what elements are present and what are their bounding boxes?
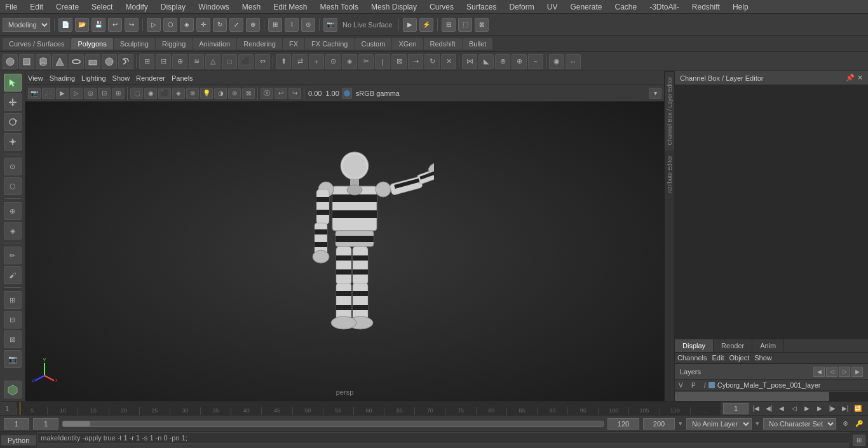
show-manip-tool[interactable]: ⊕ xyxy=(4,202,22,220)
menu-generate[interactable]: Generate xyxy=(567,3,604,11)
cb-close-btn[interactable]: ✕ xyxy=(857,74,863,82)
menu-redshift[interactable]: Redshift xyxy=(689,3,722,11)
camera-btn[interactable]: 📷 xyxy=(323,18,337,32)
menu-help[interactable]: Help xyxy=(730,3,751,11)
slide-btn[interactable]: ⇢ xyxy=(408,54,423,69)
snap-grid-btn[interactable]: ⊞ xyxy=(268,18,282,32)
vp-smooth-btn[interactable]: ◉ xyxy=(144,88,157,99)
ipr-btn[interactable]: ⚡ xyxy=(419,18,433,32)
timeline-playhead[interactable] xyxy=(20,402,20,415)
tab-polygons[interactable]: Polygons xyxy=(71,38,112,50)
save-file-btn[interactable]: 💾 xyxy=(92,18,105,32)
cylinder-btn[interactable] xyxy=(36,54,51,69)
vp-smooth2-btn[interactable]: ⬛ xyxy=(158,88,171,99)
viewport-menu-shading[interactable]: Shading xyxy=(50,74,75,82)
loop-btn[interactable]: 🔁 xyxy=(853,404,863,414)
gamma-color-btn[interactable] xyxy=(342,88,352,99)
vp-forward-btn[interactable]: ↪ xyxy=(288,88,301,99)
layer-scroll-left[interactable]: ◀ xyxy=(813,367,825,377)
cb-tab-anim[interactable]: Anim xyxy=(752,339,784,352)
menu-edit[interactable]: Edit xyxy=(27,3,46,11)
soft-select-btn[interactable]: ◉ xyxy=(549,54,564,69)
vp-select-btn[interactable]: ▷ xyxy=(70,88,83,99)
workspace-selector[interactable]: Modeling xyxy=(3,18,50,32)
anim-keys-btn[interactable]: 🔑 xyxy=(854,419,864,429)
cut-btn[interactable]: ✂ xyxy=(358,54,374,69)
cube-btn[interactable] xyxy=(19,54,34,69)
menu-mesh-display[interactable]: Mesh Display xyxy=(369,3,419,11)
play-btn[interactable]: ▶ xyxy=(802,404,812,414)
menu-uv[interactable]: UV xyxy=(545,3,560,11)
tab-redshift[interactable]: Redshift xyxy=(424,38,462,50)
select-mode-btn[interactable]: ▷ xyxy=(147,18,161,32)
next-frame-btn[interactable]: ▶ xyxy=(815,404,825,414)
lasso-select-btn[interactable]: ⬡ xyxy=(163,18,177,32)
menu-select[interactable]: Select xyxy=(89,3,115,11)
python-tab[interactable]: Python xyxy=(1,435,36,445)
vp-textured-btn[interactable]: ⊗ xyxy=(186,88,199,99)
cb-tab-render[interactable]: Render xyxy=(714,339,752,352)
prev-key-btn[interactable]: ◀| xyxy=(764,404,774,414)
undo-btn[interactable]: ↩ xyxy=(108,18,122,32)
fill-hole-btn[interactable]: ⬛ xyxy=(238,54,254,69)
next-key-btn[interactable]: |▶ xyxy=(827,404,837,414)
tab-bullet[interactable]: Bullet xyxy=(463,38,493,50)
vp-isolate-btn[interactable]: ◎ xyxy=(84,88,97,99)
menu-windows[interactable]: Windows xyxy=(196,3,232,11)
frame-range-slider[interactable] xyxy=(62,421,604,427)
tab-fx-caching[interactable]: FX Caching xyxy=(305,38,354,50)
go-to-start-btn[interactable]: |◀ xyxy=(751,404,761,414)
vp-aa-btn[interactable]: ⊠ xyxy=(242,88,255,99)
menu-surfaces[interactable]: Surfaces xyxy=(464,3,499,11)
triangulate-btn[interactable]: △ xyxy=(205,54,220,69)
viewport-menu-lighting[interactable]: Lighting xyxy=(81,74,106,82)
move-tool[interactable] xyxy=(4,93,22,111)
cb-pin-btn[interactable]: 📌 xyxy=(846,74,855,82)
boolean-btn[interactable]: ⊕ xyxy=(172,54,187,69)
torus-btn[interactable] xyxy=(69,54,84,69)
delete-edge-btn[interactable]: ✕ xyxy=(441,54,456,69)
camera-view-btn[interactable]: 📷 xyxy=(4,350,22,368)
combine-btn[interactable]: ⊞ xyxy=(139,54,154,69)
right-panel-btn[interactable]: ⊟ xyxy=(442,18,456,32)
current-frame-input2[interactable] xyxy=(33,418,58,430)
extrude-btn[interactable]: ⬆ xyxy=(276,54,291,69)
layout-btn[interactable]: ⊟ xyxy=(4,311,22,329)
tab-animation[interactable]: Animation xyxy=(193,38,236,50)
symmetry-btn[interactable]: ↔ xyxy=(566,54,581,69)
tab-sculpting[interactable]: Sculpting xyxy=(114,38,155,50)
channel-box-tab[interactable]: Channel Box / Layer Editor xyxy=(665,71,674,151)
menu-3dtall[interactable]: -3DtoAll- xyxy=(647,3,682,11)
quadrangulate-btn[interactable]: □ xyxy=(222,54,237,69)
layer-scroll-left2[interactable]: ◁ xyxy=(826,367,837,377)
layers-scrollbar[interactable] xyxy=(675,392,868,401)
bridge-btn[interactable]: ⇄ xyxy=(292,54,308,69)
sculpt-tool[interactable]: 🖌 xyxy=(4,266,22,284)
snap-curve-btn[interactable]: ⌇ xyxy=(285,18,299,32)
menu-file[interactable]: File xyxy=(3,3,20,11)
menu-cache[interactable]: Cache xyxy=(612,3,639,11)
vp-grid-btn[interactable]: ⊞ xyxy=(112,88,125,99)
move-btn[interactable]: ✛ xyxy=(196,18,210,32)
vp-ssao-btn[interactable]: ⊚ xyxy=(228,88,241,99)
vp-frame-btn[interactable]: ⊡ xyxy=(98,88,111,99)
menu-mesh[interactable]: Mesh xyxy=(240,3,263,11)
rotate-tool[interactable] xyxy=(4,113,22,131)
vp-xray-btn[interactable]: Ⓧ xyxy=(261,88,273,99)
cb-menu-edit[interactable]: Edit xyxy=(712,354,724,362)
vp-wireframe-btn[interactable]: ⬚ xyxy=(130,88,143,99)
helix-btn[interactable] xyxy=(118,54,133,69)
menu-deform[interactable]: Deform xyxy=(506,3,536,11)
attribute-editor-tab[interactable]: Attribute Editor xyxy=(665,151,674,199)
vp-camera-btn[interactable]: 📷 xyxy=(28,88,41,99)
plane-btn[interactable] xyxy=(85,54,100,69)
universal-btn[interactable]: ⊕ xyxy=(246,18,260,32)
menu-mesh-tools[interactable]: Mesh Tools xyxy=(318,3,361,11)
append-btn[interactable]: + xyxy=(309,54,324,69)
tab-fx[interactable]: FX xyxy=(283,38,304,50)
script-expand-btn[interactable]: ⊞ xyxy=(853,435,865,446)
viewport-menu-view[interactable]: View xyxy=(28,74,43,82)
new-file-btn[interactable]: 📄 xyxy=(58,18,72,32)
no-char-set-select[interactable]: No Character Set xyxy=(763,418,836,430)
persp-view-btn[interactable] xyxy=(4,381,22,398)
